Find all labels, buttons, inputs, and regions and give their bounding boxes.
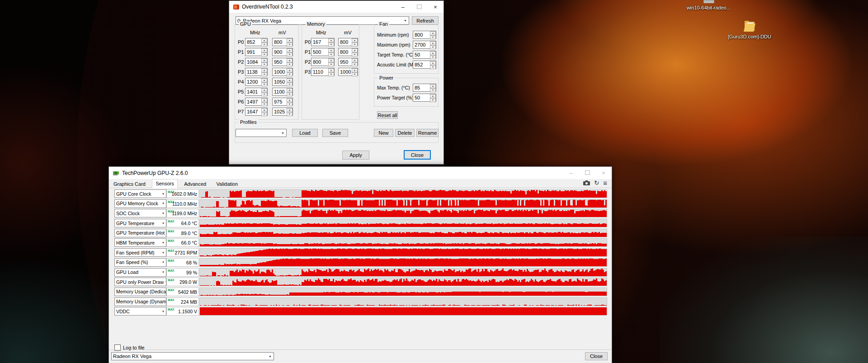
spinner-updown[interactable]: ▲▼ [328, 68, 334, 75]
sensor-select[interactable]: SOC Clock▼ [114, 209, 166, 217]
gpuz-titlebar[interactable]: TechPowerUp GPU-Z 2.6.0 – × [109, 167, 612, 179]
save-button[interactable]: Save [322, 129, 348, 137]
spinner-value[interactable]: 1200 [245, 78, 261, 85]
spinner-updown[interactable]: ▲▼ [328, 38, 334, 46]
spinner-updown[interactable]: ▲▼ [430, 51, 436, 58]
gpu-p6-mv-spinner[interactable]: 975▲▼ [272, 98, 293, 106]
mem-p1-mv-spinner[interactable]: 800▲▼ [338, 48, 358, 56]
spinner-updown[interactable]: ▲▼ [430, 94, 436, 101]
sensor-select[interactable]: Fan Speed (RPM)▼ [114, 248, 166, 257]
menu-icon[interactable]: ≡ [603, 180, 607, 186]
sensor-select[interactable]: GPU Temperature (Hot Spot)▼ [114, 229, 166, 237]
fan-target-temp-spinner[interactable]: 50▲▼ [413, 51, 436, 59]
spinner-value[interactable]: 85 [413, 84, 430, 91]
spinner-value[interactable]: 900 [273, 48, 287, 56]
tab-advanced[interactable]: Advanced [180, 180, 210, 189]
spinner-updown[interactable]: ▲▼ [287, 48, 292, 56]
sensor-select[interactable]: GPU Memory Clock▼ [114, 199, 166, 208]
gpuz-close-button[interactable]: Close [585, 352, 608, 360]
spinner-value[interactable]: 1100 [273, 88, 287, 95]
spinner-value[interactable]: 1647 [245, 108, 261, 115]
spinner-value[interactable]: 1110 [311, 68, 328, 75]
rename-profile-button[interactable]: Rename [416, 129, 439, 137]
spinner-value[interactable]: 852 [245, 38, 261, 46]
gpu-p2-mv-spinner[interactable]: 950▲▼ [272, 58, 293, 66]
delete-profile-button[interactable]: Delete [395, 129, 415, 137]
desktop-icon-guru3d-ddu[interactable]: [Guru3D.com]-DDU [728, 19, 771, 39]
spinner-value[interactable]: 167 [311, 38, 328, 46]
spinner-value[interactable]: 1000 [273, 68, 287, 75]
gpu-p4-mhz-spinner[interactable]: 1200▲▼ [245, 78, 268, 86]
refresh-icon[interactable]: ↻ [594, 180, 599, 186]
spinner-updown[interactable]: ▲▼ [352, 48, 358, 56]
desktop-icon-win10-radeon[interactable]: win10-64bit-radeo... [680, 0, 737, 10]
gpu-p3-mv-spinner[interactable]: 1000▲▼ [272, 68, 293, 76]
spinner-updown[interactable]: ▲▼ [287, 98, 292, 105]
maximize-button[interactable] [579, 167, 595, 179]
sensor-select[interactable]: VDDC▼ [114, 307, 166, 316]
spinner-updown[interactable]: ▲▼ [261, 48, 267, 56]
sensor-select[interactable]: GPU Temperature▼ [114, 219, 166, 227]
sensor-select[interactable]: Fan Speed (%)▼ [114, 258, 166, 267]
spinner-value[interactable]: 1025 [273, 108, 287, 115]
mem-p3-mhz-spinner[interactable]: 1110▲▼ [311, 68, 335, 76]
spinner-value[interactable]: 852 [413, 61, 430, 68]
mem-p2-mv-spinner[interactable]: 950▲▼ [338, 58, 358, 66]
tab-sensors[interactable]: Sensors [152, 179, 177, 188]
overdriventool-titlebar[interactable]: OverdriveNTool 0.2.3 – × [229, 1, 443, 13]
sensor-select[interactable]: GPU only Power Draw▼ [114, 278, 166, 286]
gpu-p1-mhz-spinner[interactable]: 991▲▼ [245, 48, 268, 56]
spinner-value[interactable]: 1497 [245, 98, 261, 105]
spinner-value[interactable]: 1050 [273, 78, 287, 85]
gpu-p7-mv-spinner[interactable]: 1025▲▼ [272, 108, 293, 116]
minimize-button[interactable]: – [563, 167, 579, 179]
gpu-p5-mhz-spinner[interactable]: 1401▲▼ [245, 88, 268, 96]
close-window-button[interactable]: × [427, 1, 443, 13]
spinner-value[interactable]: 800 [339, 48, 352, 56]
gpu-p0-mhz-spinner[interactable]: 852▲▼ [245, 38, 268, 46]
spinner-value[interactable]: 991 [245, 48, 261, 56]
spinner-value[interactable]: 500 [311, 48, 328, 56]
gpu-p5-mv-spinner[interactable]: 1100▲▼ [272, 88, 293, 96]
gpu-p2-mhz-spinner[interactable]: 1084▲▼ [245, 58, 268, 66]
spinner-updown[interactable]: ▲▼ [328, 48, 334, 56]
spinner-value[interactable]: 1000 [339, 68, 352, 75]
acoustic-limit-spinner[interactable]: 852▲▼ [413, 61, 436, 69]
spinner-updown[interactable]: ▲▼ [261, 88, 267, 95]
gpu-p7-mhz-spinner[interactable]: 1647▲▼ [245, 108, 268, 116]
spinner-updown[interactable]: ▲▼ [287, 78, 292, 85]
max-temp-spinner[interactable]: 85▲▼ [413, 84, 436, 92]
spinner-updown[interactable]: ▲▼ [261, 68, 267, 75]
profile-select[interactable]: ▼ [236, 129, 287, 137]
minimize-button[interactable]: – [395, 1, 411, 13]
spinner-updown[interactable]: ▲▼ [430, 61, 436, 68]
spinner-updown[interactable]: ▲▼ [287, 88, 292, 95]
gpu-p1-mv-spinner[interactable]: 900▲▼ [272, 48, 293, 56]
sensor-select[interactable]: Memory Usage (Dynamic)▼ [114, 297, 166, 306]
spinner-updown[interactable]: ▲▼ [261, 98, 267, 105]
spinner-value[interactable]: 800 [339, 38, 352, 46]
spinner-value[interactable]: 800 [413, 31, 430, 38]
load-button[interactable]: Load [292, 129, 318, 137]
spinner-value[interactable]: 800 [311, 58, 328, 66]
sensor-select[interactable]: GPU Core Clock▼ [114, 189, 166, 198]
spinner-updown[interactable]: ▲▼ [261, 38, 267, 46]
spinner-updown[interactable]: ▲▼ [287, 38, 292, 46]
sensor-select[interactable]: GPU Load▼ [114, 268, 166, 277]
spinner-updown[interactable]: ▲▼ [261, 108, 267, 115]
gpu-p3-mhz-spinner[interactable]: 1138▲▼ [245, 68, 268, 76]
spinner-value[interactable]: 2700 [413, 41, 430, 48]
spinner-updown[interactable]: ▲▼ [352, 38, 358, 46]
gpuz-device-select[interactable]: Radeon RX Vega ▼ [111, 352, 274, 360]
reset-all-button[interactable]: Reset all [377, 111, 398, 119]
mem-p1-mhz-spinner[interactable]: 500▲▼ [311, 48, 335, 56]
spinner-updown[interactable]: ▲▼ [352, 58, 358, 66]
apply-button[interactable]: Apply [342, 151, 369, 160]
spinner-value[interactable]: 50 [413, 51, 430, 58]
new-profile-button[interactable]: New [374, 129, 393, 137]
spinner-updown[interactable]: ▲▼ [261, 58, 267, 66]
spinner-updown[interactable]: ▲▼ [287, 58, 292, 66]
fan-max-spinner[interactable]: 2700▲▼ [413, 41, 436, 49]
maximize-button[interactable] [411, 1, 427, 13]
power-target-spinner[interactable]: 50▲▼ [413, 94, 436, 102]
